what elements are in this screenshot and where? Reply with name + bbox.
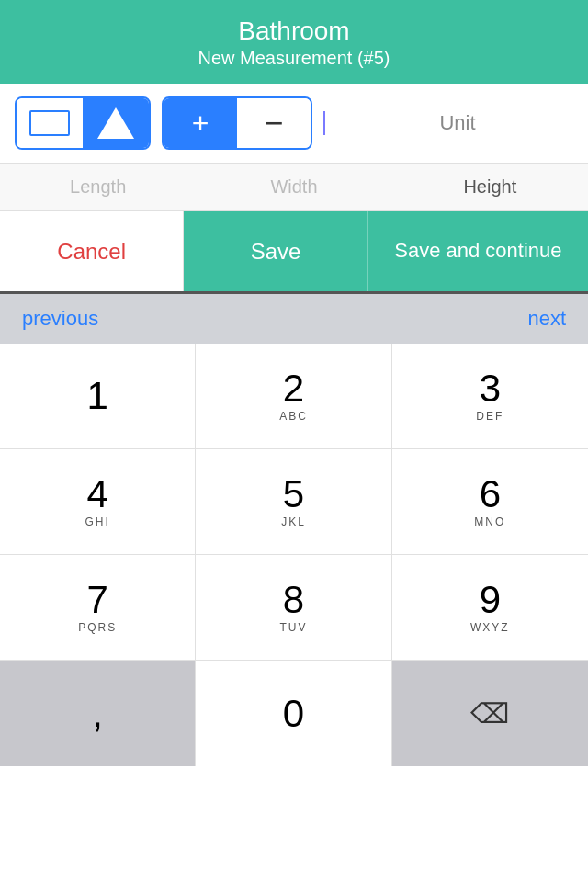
header: Bathroom New Measurement (#5) [0,0,588,84]
numpad-key-6[interactable]: 6MNO [392,449,588,555]
numpad-digit: 1 [86,377,107,415]
numpad-sub-label: WXYZ [470,621,510,634]
numpad-digit: 9 [480,581,501,619]
save-continue-button[interactable]: Save and continue [368,211,588,291]
shape-triangle-button[interactable] [83,98,149,148]
previous-button[interactable]: previous [22,307,98,331]
rect-icon [29,110,70,136]
plus-minus-control: + − [162,96,312,150]
numpad-key-8[interactable]: 8TUV [196,555,391,661]
numpad-key-1[interactable]: 1 [0,344,196,449]
numpad-key-2[interactable]: 2ABC [196,344,391,449]
numpad-sub-label: ABC [279,410,308,423]
dim-height[interactable]: Height [392,164,588,210]
numpad-sub-label: TUV [279,621,307,634]
backspace-icon: ⌫ [470,697,509,729]
shape-selector[interactable] [15,96,151,150]
numpad-digit: 2 [283,369,304,408]
numpad-sub-label: DEF [476,410,503,423]
next-button[interactable]: next [527,307,566,331]
numpad-sub-label: GHI [85,515,109,528]
numpad-digit: 8 [283,581,304,619]
cancel-button[interactable]: Cancel [0,211,184,291]
action-buttons: Cancel Save Save and continue [0,211,588,294]
dim-width[interactable]: Width [196,164,391,210]
numpad-sub-label: PQRS [78,621,117,634]
numpad-digit: 7 [86,581,107,619]
numpad-digit: 4 [86,475,107,514]
numpad-key-backspace[interactable]: ⌫ [392,661,588,766]
numpad-sub-label: JKL [281,515,306,528]
numpad-key-3[interactable]: 3DEF [392,344,588,449]
shape-rect-button[interactable] [17,98,83,148]
numpad-key-comma[interactable]: , [0,661,196,766]
numpad-digit: 5 [283,475,304,514]
numpad-key-4[interactable]: 4GHI [0,449,196,555]
minus-button[interactable]: − [237,98,311,148]
triangle-icon [97,107,134,139]
numpad-key-0[interactable]: 0 [196,661,391,766]
numpad-key-5[interactable]: 5JKL [196,449,391,555]
page-subtitle: New Measurement (#5) [0,48,588,69]
numpad-sub-label: MNO [474,515,505,528]
save-button[interactable]: Save [184,211,368,291]
numpad-digit: , [92,695,103,733]
numpad-key-9[interactable]: 9WXYZ [392,555,588,661]
numpad-key-7[interactable]: 7PQRS [0,555,196,661]
dimension-labels: Length Width Height [0,164,588,211]
numpad-digit: 0 [283,695,304,733]
numpad-digit: 6 [480,475,501,514]
page-title: Bathroom [0,17,588,46]
toolbar: + − Unit [0,84,588,164]
dim-length[interactable]: Length [0,164,196,210]
numpad-digit: 3 [480,369,501,408]
numpad: 12ABC3DEF4GHI5JKL6MNO7PQRS8TUV9WXYZ,0⌫ [0,344,588,766]
numpad-nav: previous next [0,294,588,344]
unit-display[interactable]: Unit [323,111,573,135]
plus-button[interactable]: + [164,98,237,148]
